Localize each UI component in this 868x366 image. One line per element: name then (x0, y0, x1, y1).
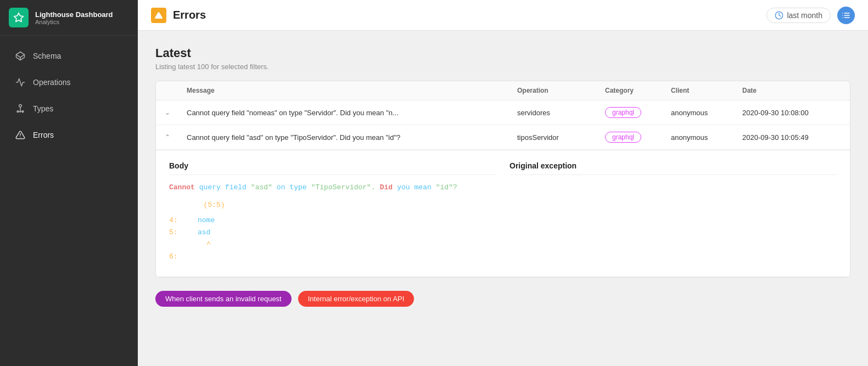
sidebar-label-errors: Errors (33, 131, 54, 139)
col-operation: Operation (517, 87, 605, 94)
code-cannot: Cannot (169, 182, 195, 194)
code-line4-num: 4: (169, 215, 178, 227)
code-caret: ^ (206, 239, 211, 251)
code-query: query (199, 182, 221, 194)
row2-operation: tiposServidor (517, 133, 605, 142)
app-title: Lighthouse Dashboard (35, 10, 113, 19)
row2-date: 2020-09-30 10:05:49 (742, 133, 841, 142)
sidebar-item-operations[interactable]: Operations (4, 70, 133, 95)
time-filter-button[interactable]: last month (766, 8, 831, 23)
code-str-asd: "asd" (251, 182, 272, 194)
sidebar-label-operations: Operations (33, 78, 70, 87)
sidebar-item-errors[interactable]: Errors (4, 122, 133, 148)
row1-date: 2020-09-30 10:08:00 (742, 109, 841, 117)
row1-operation: servidores (517, 109, 605, 117)
row1-category-badge: graphql (605, 107, 641, 118)
time-filter-label: last month (787, 11, 822, 20)
code-line-6: 6: } (169, 251, 496, 263)
code-field-kw: field (225, 182, 247, 194)
code-graphql-line: GraphQL (5:5) (169, 199, 496, 211)
col-message: Message (187, 87, 517, 94)
row2-client: anonymous (671, 133, 742, 142)
code-you: you (397, 182, 410, 194)
row1-message: Cannot query field "nomeas" on type "Ser… (187, 109, 517, 117)
row2-category: graphql (605, 132, 671, 143)
expanded-body: Body Cannot query field "asd" on type "T… (156, 150, 850, 277)
app-logo (9, 8, 29, 27)
code-line-5: 5: asd (169, 227, 496, 239)
code-bracket: } (198, 251, 202, 263)
sidebar-item-types[interactable]: Types (4, 96, 133, 121)
content-area: Latest Listing latest 100 for selected f… (138, 31, 868, 366)
code-line5-num: 5: (169, 227, 178, 239)
page-title: Errors (173, 9, 206, 21)
code-field-nome: nome (198, 215, 215, 227)
code-str-id: "id"? (436, 182, 457, 194)
code-graphql-label: GraphQL (169, 199, 199, 211)
row2-category-badge: graphql (605, 132, 641, 143)
sidebar-label-schema: Schema (33, 52, 61, 60)
sidebar-item-schema[interactable]: Schema (4, 43, 133, 69)
row1-expand-button[interactable]: ⌄ (165, 109, 187, 116)
code-type-kw: type (289, 182, 306, 194)
app-subtitle: Analytics (35, 19, 113, 25)
filter-button[interactable] (837, 7, 855, 24)
code-line-4: 4: nome (169, 215, 496, 227)
operations-icon (15, 77, 25, 87)
code-on: on (277, 182, 285, 194)
errors-table: Message Operation Category Client Date ⌄… (155, 81, 850, 278)
exception-title: Original exception (509, 161, 837, 175)
col-date: Date (742, 87, 841, 94)
row1-category: graphql (605, 107, 671, 118)
table-header: Message Operation Category Client Date (156, 81, 850, 100)
errors-icon (15, 130, 25, 140)
col-category: Category (605, 87, 671, 94)
filter-invalid-request[interactable]: When client sends an invalid request (155, 291, 292, 307)
types-icon (15, 104, 25, 114)
code-mean: mean (415, 182, 432, 194)
sidebar-header: Lighthouse Dashboard Analytics (0, 0, 138, 36)
row1-client: anonymous (671, 109, 742, 117)
clock-icon (775, 11, 783, 20)
section-title: Latest (155, 46, 850, 60)
code-caret-line: ^ (169, 239, 496, 251)
col-expand (165, 87, 187, 94)
row2-message: Cannot query field "asd" on type "TipoSe… (187, 133, 517, 142)
filter-internal-error[interactable]: Internal error/exception on API (298, 291, 415, 307)
code-line6-num: 6: (169, 251, 178, 263)
svg-marker-0 (14, 13, 24, 22)
table-row: ⌄ Cannot query field "nomeas" on type "S… (156, 100, 850, 125)
code-str-tipo: "TipoServidor". (311, 182, 376, 194)
code-did: Did (380, 182, 393, 194)
sidebar-nav: Schema Operations Types Errors (0, 36, 138, 366)
page-icon (151, 8, 166, 23)
topbar: Errors last month (138, 0, 868, 31)
body-column: Body Cannot query field "asd" on type "T… (169, 161, 496, 263)
section-subtitle: Listing latest 100 for selected filters. (155, 63, 850, 71)
body-title: Body (169, 161, 496, 175)
code-block: Cannot query field "asd" on type "TipoSe… (169, 182, 496, 263)
schema-icon (15, 51, 25, 61)
main-area: Errors last month Latest Listing latest … (138, 0, 868, 366)
sidebar-label-types: Types (33, 104, 53, 113)
exception-column: Original exception (509, 161, 837, 263)
code-location: (5:5) (204, 199, 225, 211)
filter-icon (842, 11, 850, 20)
code-line-1: Cannot query field "asd" on type "TipoSe… (169, 182, 496, 194)
row2-expand-button[interactable]: ⌃ (165, 133, 187, 141)
col-client: Client (671, 87, 742, 94)
code-field-asd: asd (198, 227, 210, 239)
table-row: ⌃ Cannot query field "asd" on type "Tipo… (156, 125, 850, 150)
bottom-filters: When client sends an invalid request Int… (155, 286, 850, 309)
sidebar: Lighthouse Dashboard Analytics Schema Op… (0, 0, 138, 366)
